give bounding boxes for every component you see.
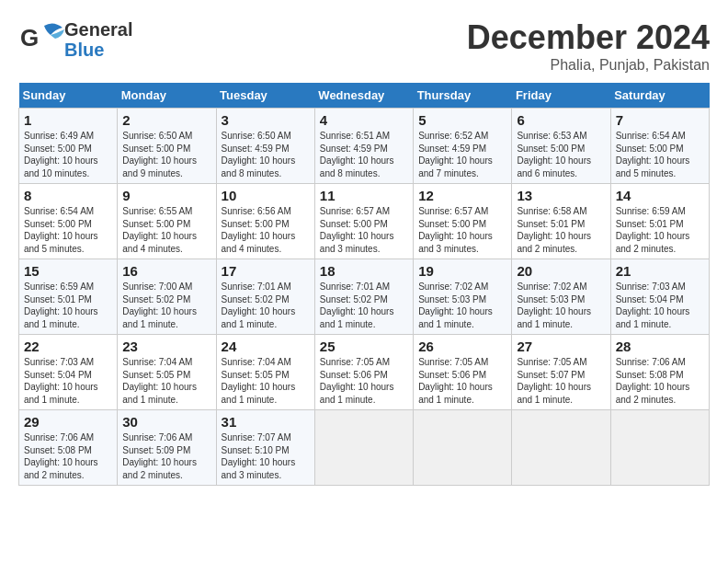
day-number: 19 [418, 263, 506, 279]
calendar-week-row: 29 Sunrise: 7:06 AM Sunset: 5:08 PM Dayl… [19, 410, 710, 486]
day-number: 29 [24, 414, 112, 430]
day-info: Sunrise: 6:51 AM Sunset: 4:59 PM Dayligh… [320, 130, 408, 179]
day-number: 4 [320, 112, 408, 128]
day-number: 15 [24, 263, 112, 279]
day-info: Sunrise: 7:05 AM Sunset: 5:06 PM Dayligh… [320, 356, 408, 406]
day-info: Sunrise: 7:04 AM Sunset: 5:05 PM Dayligh… [122, 356, 210, 406]
logo-blue: Blue [64, 40, 132, 60]
calendar-table: Sunday Monday Tuesday Wednesday Thursday… [18, 83, 710, 486]
day-number: 8 [24, 188, 112, 203]
header-thursday: Thursday [414, 83, 512, 109]
day-info: Sunrise: 7:06 AM Sunset: 5:08 PM Dayligh… [24, 431, 112, 481]
logo: G General Blue [18, 18, 132, 60]
calendar-cell: 20 Sunrise: 7:02 AM Sunset: 5:03 PM Dayl… [512, 259, 610, 335]
calendar-cell: 27 Sunrise: 7:05 AM Sunset: 5:07 PM Dayl… [512, 335, 610, 410]
calendar-cell: 7 Sunrise: 6:54 AM Sunset: 5:00 PM Dayli… [610, 109, 709, 184]
day-number: 18 [320, 263, 408, 279]
calendar-week-row: 1 Sunrise: 6:49 AM Sunset: 5:00 PM Dayli… [19, 109, 710, 184]
day-info: Sunrise: 7:07 AM Sunset: 5:10 PM Dayligh… [222, 431, 310, 481]
day-info: Sunrise: 7:05 AM Sunset: 5:07 PM Dayligh… [517, 356, 605, 406]
day-info: Sunrise: 7:06 AM Sunset: 5:09 PM Dayligh… [122, 431, 210, 481]
day-info: Sunrise: 6:49 AM Sunset: 5:00 PM Dayligh… [24, 130, 112, 179]
header-saturday: Saturday [610, 83, 709, 109]
logo-general: General [64, 19, 132, 40]
day-info: Sunrise: 6:57 AM Sunset: 5:00 PM Dayligh… [320, 205, 408, 255]
day-info: Sunrise: 6:57 AM Sunset: 5:00 PM Dayligh… [418, 205, 506, 255]
calendar-cell: 26 Sunrise: 7:05 AM Sunset: 5:06 PM Dayl… [414, 335, 512, 410]
calendar-cell [314, 410, 413, 486]
calendar-week-row: 22 Sunrise: 7:03 AM Sunset: 5:04 PM Dayl… [19, 335, 710, 410]
day-info: Sunrise: 6:50 AM Sunset: 4:59 PM Dayligh… [222, 130, 310, 179]
calendar-cell: 12 Sunrise: 6:57 AM Sunset: 5:00 PM Dayl… [414, 184, 512, 259]
calendar-cell: 13 Sunrise: 6:58 AM Sunset: 5:01 PM Dayl… [512, 184, 610, 259]
day-number: 14 [616, 188, 704, 203]
day-number: 5 [418, 112, 506, 128]
svg-text:G: G [20, 24, 39, 52]
day-number: 27 [517, 339, 605, 354]
calendar-cell: 15 Sunrise: 6:59 AM Sunset: 5:01 PM Dayl… [19, 259, 118, 335]
month-title: December 2024 [467, 18, 710, 57]
day-info: Sunrise: 6:54 AM Sunset: 5:00 PM Dayligh… [24, 205, 112, 255]
day-info: Sunrise: 6:50 AM Sunset: 5:00 PM Dayligh… [122, 130, 210, 179]
calendar-cell [512, 410, 610, 486]
day-info: Sunrise: 6:53 AM Sunset: 5:00 PM Dayligh… [517, 130, 605, 179]
day-number: 10 [222, 188, 310, 203]
day-number: 23 [122, 339, 210, 354]
day-number: 2 [122, 112, 210, 128]
day-info: Sunrise: 7:00 AM Sunset: 5:02 PM Dayligh… [122, 281, 210, 330]
calendar-cell [414, 410, 512, 486]
day-info: Sunrise: 6:58 AM Sunset: 5:01 PM Dayligh… [517, 205, 605, 255]
calendar-cell: 17 Sunrise: 7:01 AM Sunset: 5:02 PM Dayl… [216, 259, 314, 335]
day-number: 1 [24, 112, 112, 128]
day-info: Sunrise: 7:06 AM Sunset: 5:08 PM Dayligh… [616, 356, 704, 406]
calendar-cell: 22 Sunrise: 7:03 AM Sunset: 5:04 PM Dayl… [19, 335, 118, 410]
calendar-week-row: 15 Sunrise: 6:59 AM Sunset: 5:01 PM Dayl… [19, 259, 710, 335]
calendar-cell: 8 Sunrise: 6:54 AM Sunset: 5:00 PM Dayli… [19, 184, 118, 259]
calendar-cell: 4 Sunrise: 6:51 AM Sunset: 4:59 PM Dayli… [314, 109, 413, 184]
calendar-cell: 14 Sunrise: 6:59 AM Sunset: 5:01 PM Dayl… [610, 184, 709, 259]
day-number: 12 [418, 188, 506, 203]
calendar-cell: 16 Sunrise: 7:00 AM Sunset: 5:02 PM Dayl… [118, 259, 216, 335]
day-info: Sunrise: 6:54 AM Sunset: 5:00 PM Dayligh… [616, 130, 704, 179]
calendar-cell: 25 Sunrise: 7:05 AM Sunset: 5:06 PM Dayl… [314, 335, 413, 410]
day-number: 16 [122, 263, 210, 279]
day-number: 9 [122, 188, 210, 203]
calendar-cell: 28 Sunrise: 7:06 AM Sunset: 5:08 PM Dayl… [610, 335, 709, 410]
calendar-cell: 21 Sunrise: 7:03 AM Sunset: 5:04 PM Dayl… [610, 259, 709, 335]
calendar-cell: 24 Sunrise: 7:04 AM Sunset: 5:05 PM Dayl… [216, 335, 314, 410]
day-number: 13 [517, 188, 605, 203]
day-info: Sunrise: 6:59 AM Sunset: 5:01 PM Dayligh… [616, 205, 704, 255]
day-info: Sunrise: 7:02 AM Sunset: 5:03 PM Dayligh… [517, 281, 605, 330]
day-info: Sunrise: 7:03 AM Sunset: 5:04 PM Dayligh… [24, 356, 112, 406]
day-number: 7 [616, 112, 704, 128]
title-area: December 2024 Phalia, Punjab, Pakistan [467, 18, 710, 74]
calendar-cell: 5 Sunrise: 6:52 AM Sunset: 4:59 PM Dayli… [414, 109, 512, 184]
day-number: 26 [418, 339, 506, 354]
header-wednesday: Wednesday [314, 83, 413, 109]
day-info: Sunrise: 7:05 AM Sunset: 5:06 PM Dayligh… [418, 356, 506, 406]
calendar-cell: 19 Sunrise: 7:02 AM Sunset: 5:03 PM Dayl… [414, 259, 512, 335]
header-sunday: Sunday [19, 83, 118, 109]
day-number: 3 [222, 112, 310, 128]
day-number: 31 [222, 414, 310, 430]
calendar-cell: 1 Sunrise: 6:49 AM Sunset: 5:00 PM Dayli… [19, 109, 118, 184]
day-number: 11 [320, 188, 408, 203]
day-info: Sunrise: 6:55 AM Sunset: 5:00 PM Dayligh… [122, 205, 210, 255]
calendar-week-row: 8 Sunrise: 6:54 AM Sunset: 5:00 PM Dayli… [19, 184, 710, 259]
header-friday: Friday [512, 83, 610, 109]
day-number: 6 [517, 112, 605, 128]
calendar-cell: 2 Sunrise: 6:50 AM Sunset: 5:00 PM Dayli… [118, 109, 216, 184]
day-number: 20 [517, 263, 605, 279]
day-number: 17 [222, 263, 310, 279]
day-info: Sunrise: 7:01 AM Sunset: 5:02 PM Dayligh… [222, 281, 310, 330]
calendar-cell: 29 Sunrise: 7:06 AM Sunset: 5:08 PM Dayl… [19, 410, 118, 486]
calendar-cell: 11 Sunrise: 6:57 AM Sunset: 5:00 PM Dayl… [314, 184, 413, 259]
location-title: Phalia, Punjab, Pakistan [467, 57, 710, 74]
day-info: Sunrise: 7:04 AM Sunset: 5:05 PM Dayligh… [222, 356, 310, 406]
day-number: 21 [616, 263, 704, 279]
day-number: 25 [320, 339, 408, 354]
calendar-cell: 18 Sunrise: 7:01 AM Sunset: 5:02 PM Dayl… [314, 259, 413, 335]
day-info: Sunrise: 6:52 AM Sunset: 4:59 PM Dayligh… [418, 130, 506, 179]
calendar-cell: 3 Sunrise: 6:50 AM Sunset: 4:59 PM Dayli… [216, 109, 314, 184]
day-info: Sunrise: 7:02 AM Sunset: 5:03 PM Dayligh… [418, 281, 506, 330]
